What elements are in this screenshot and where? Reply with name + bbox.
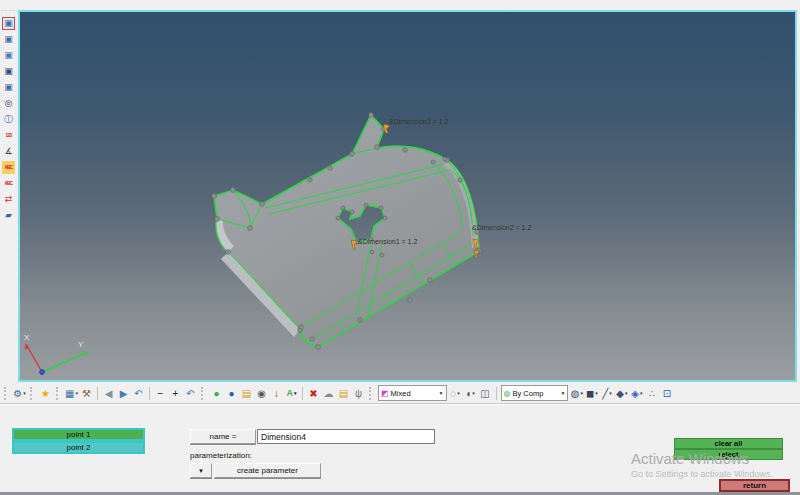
color-mode-combo-value: By Comp [513,389,555,398]
import-icon[interactable]: ↓ [270,386,283,401]
back-arrow-icon[interactable]: ◀ [102,386,115,401]
new-window-icon[interactable]: ▣ [2,17,15,30]
parameterization-label: parameterization: [190,451,252,460]
chevron-down-icon[interactable]: ▾ [640,386,643,401]
shaded-cube-icon[interactable]: ◼▾ [585,386,598,401]
clear-all-button[interactable]: clear all [674,438,783,449]
axis-triad: X Y [24,333,88,375]
folder-history-icon[interactable]: ▤ [240,386,253,401]
show-entities-icon[interactable]: ● [210,386,223,401]
activate-windows-subtext: Go to Settings to activate Windows. [631,469,773,479]
chevron-down-icon[interactable]: ▾ [75,386,78,401]
plot-angle-icon[interactable]: ∡ [2,145,15,158]
swap-arrows-icon[interactable]: ⇄ [2,193,15,206]
wireframe-sphere-icon[interactable]: ◍▾ [570,386,583,401]
wrench-icon[interactable]: ⚒ [80,386,93,401]
toolbar-drag-handle[interactable] [4,387,9,400]
create-parameter-button[interactable]: create parameter [214,463,321,478]
point1-button[interactable]: point 1 [12,428,145,441]
window-copy-icon[interactable]: ▣ [2,49,15,62]
part-body[interactable] [212,113,482,350]
display-monitor-icon[interactable]: ⊡ [660,386,673,401]
chevron-down-icon[interactable]: ▾ [294,386,297,401]
solids-icon[interactable]: ☁ [322,386,335,401]
numbers-123-icon[interactable]: 123 [2,129,15,142]
poly-select-icon[interactable]: ◖▾ [464,386,477,401]
selection-mode-combo-icon: ◩ [381,389,389,398]
chevron-down-icon[interactable]: ▾ [457,386,460,401]
axis-x-label: X [24,333,30,342]
toolbar-separator [97,387,98,400]
dimension2-annotation[interactable]: &Dimension2 = 1.2 [472,224,531,231]
selection-mode-combo-value: Mixed [391,389,433,398]
kinetics-icon[interactable]: ψ [352,386,365,401]
axis-y-label: Y [78,340,84,349]
parameterization-dropdown-button[interactable]: ▼ [190,463,212,478]
hide-entities-icon[interactable]: ◉ [255,386,268,401]
chevron-down-icon[interactable]: ▼ [561,390,566,396]
drag-handle[interactable]: ⋯⋯ [1,8,17,14]
show-all-icon[interactable]: ● [225,386,238,401]
window-refresh-icon[interactable]: ▣ [2,33,15,46]
dimension3-annotation[interactable]: &Dimension3 = 1.2 [389,118,448,125]
forward-arrow-icon[interactable]: ▶ [117,386,130,401]
line-style-icon[interactable]: ╱▾ [600,386,613,401]
zoom-in-icon[interactable]: + [169,386,182,401]
labels-abc-icon[interactable]: ABC [2,177,15,190]
lasso-select-icon[interactable]: ◌▾ [449,386,462,401]
chevron-down-icon[interactable]: ▾ [581,386,584,401]
box-select-icon[interactable]: ◫ [479,386,492,401]
solid-mode-icon[interactable]: ◈▾ [630,386,643,401]
delete-icon[interactable]: ✖ [307,386,320,401]
surface-view-icon[interactable]: ▰ [2,209,15,222]
chevron-down-icon[interactable]: ▾ [595,386,598,401]
parameter-panel: point 1 point 2 name = parameterization:… [0,403,800,493]
3d-viewport[interactable]: X Y &Dimension3 = 1.2 &Dimension1 = 1.2 … [18,10,797,382]
annotate-icon[interactable]: A▾ [285,386,298,401]
toolbar-drag-handle[interactable] [56,387,61,400]
settings-gear-icon[interactable]: ⚙▾ [13,386,26,401]
favorites-star-icon[interactable]: ★ [39,386,52,401]
previous-view-icon[interactable]: ↶ [184,386,197,401]
selection-mode-combo[interactable]: ◩Mixed▼ [378,385,447,401]
nodes-icon[interactable]: ∴ [645,386,658,401]
dimension1-annotation[interactable]: &Dimension1 = 1.2 [358,238,417,245]
toolbar-separator [149,387,150,400]
chevron-down-icon[interactable]: ▾ [472,386,475,401]
info-icon[interactable]: ⓘ [2,113,15,126]
zoom-out-icon[interactable]: − [154,386,167,401]
color-mode-combo-icon: ◍ [504,389,511,398]
point2-button[interactable]: point 2 [12,441,145,454]
toolbar-drag-handle[interactable] [201,387,206,400]
return-button[interactable]: return [719,479,790,492]
chevron-down-icon[interactable]: ▾ [609,386,612,401]
model-canvas[interactable]: X Y [20,12,795,380]
window-layout-icon[interactable]: ▦▾ [65,386,78,401]
toolbar-drag-handle[interactable] [30,387,35,400]
name-button[interactable]: name = [190,429,256,444]
chevron-down-icon[interactable]: ▼ [439,390,444,396]
shell-mode-icon[interactable]: ◆▾ [615,386,628,401]
chevron-down-icon[interactable]: ▾ [23,386,26,401]
name-input[interactable] [257,429,435,444]
undo-view-icon[interactable]: ↶ [132,386,145,401]
chevron-down-icon[interactable]: ▾ [625,386,628,401]
bottom-toolbar: ⚙▾★▦▾⚒◀▶↶−+↶●●▤◉↓A▾✖☁▤ψ◩Mixed▼◌▾◖▾◫◍By C… [0,383,800,403]
toolbar-separator [302,387,303,400]
window-target-icon[interactable]: ▣ [2,81,15,94]
labels-abc-active-icon[interactable]: ABC [2,161,15,174]
color-mode-combo[interactable]: ◍By Comp▼ [501,385,569,401]
left-toolbar: ⋯⋯▣▣▣▣▣◎ⓘ123∡ABCABC⇄▰ [0,8,17,218]
toolbar-drag-handle[interactable] [369,387,374,400]
folder-open-icon[interactable]: ▤ [337,386,350,401]
toolbar-separator [496,387,497,400]
binoculars-icon[interactable]: ◎ [2,97,15,110]
activate-windows-watermark: Activate Windows [631,450,749,467]
window-shade-icon[interactable]: ▣ [2,65,15,78]
